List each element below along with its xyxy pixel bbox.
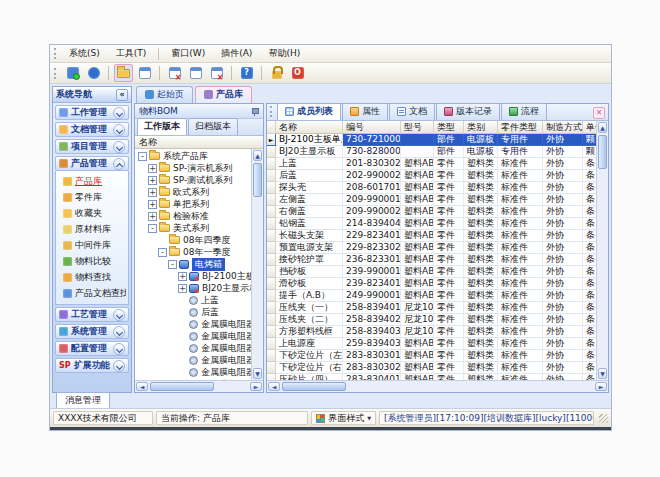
tree-node[interactable]: -系统产品库 <box>135 150 251 162</box>
tab-grid[interactable]: 成员列表 <box>277 103 341 120</box>
table-row[interactable]: ►BJ-2100主板单点730-721000-12I部件电源板专用件外协颗 <box>267 134 596 146</box>
scroll-up-icon[interactable]: ▲ <box>253 150 262 161</box>
menu-item[interactable]: 插件(A) <box>213 45 260 62</box>
tree-node[interactable]: 08年四季度 <box>135 234 251 246</box>
tree-node[interactable]: +检验标准 <box>135 210 251 222</box>
tree-node[interactable]: 上盖 <box>135 294 251 306</box>
column-header[interactable]: 类型 <box>434 121 464 134</box>
chevron-down-icon[interactable] <box>113 343 125 355</box>
scroll-thumb[interactable] <box>282 382 346 391</box>
tab-flow[interactable]: 流程 <box>501 103 547 120</box>
expand-icon[interactable]: + <box>148 212 157 221</box>
table-vertical-scrollbar[interactable]: ▲ ▼ <box>596 121 608 380</box>
tree-node[interactable]: +单把系列 <box>135 198 251 210</box>
open-folder-button[interactable] <box>114 64 133 82</box>
table-row[interactable]: 接砂轮护罩236-823301-00I塑料ABS零件塑料类标准件外协条 <box>267 254 596 266</box>
table-row[interactable]: BJ20主显示板730-828000-04I部件电源板专用件外协颗 <box>267 146 596 158</box>
menu-item[interactable]: 系统(S) <box>61 45 108 62</box>
table-horizontal-scrollbar[interactable]: ◄ ► <box>267 380 608 392</box>
sidebar-group-header-product-mgmt[interactable]: 产品管理 <box>55 156 129 171</box>
chevron-up-icon[interactable] <box>113 158 125 170</box>
tree-node[interactable]: 后盖 <box>135 306 251 318</box>
sidebar-group-header-doc-mgmt[interactable]: 文档管理 <box>55 122 129 137</box>
sidebar-item-product-doc-search[interactable]: 产品文档查找 <box>58 287 126 300</box>
table-row[interactable]: 压线夹（二）258-839402-00I尼龙1010零件塑料类标准件外协条 <box>267 314 596 326</box>
menu-item[interactable]: 帮助(H) <box>260 45 308 62</box>
scroll-track[interactable] <box>215 381 249 392</box>
resize-grip[interactable] <box>599 414 608 423</box>
scroll-up-icon[interactable]: ▲ <box>598 122 607 133</box>
menu-item[interactable]: 窗口(W) <box>163 45 213 62</box>
tree-node[interactable]: -08年一季度 <box>135 246 251 258</box>
expand-icon[interactable]: + <box>178 272 187 281</box>
cascade-window-button[interactable] <box>186 64 205 82</box>
table-row[interactable]: 压线夹（一）258-839401-00I尼龙1010零件塑料类标准件外协条 <box>267 302 596 314</box>
ui-style-button[interactable]: 界面样式 ▼ <box>311 411 376 425</box>
document-tab-start-page[interactable]: 起始页 <box>136 86 193 103</box>
scroll-thumb[interactable] <box>253 163 262 197</box>
chevron-down-icon[interactable] <box>113 309 125 321</box>
exit-button[interactable]: O <box>288 64 307 82</box>
tree-node[interactable]: +SP-演示机系列 <box>135 162 251 174</box>
sidebar-group-header-process-mgmt[interactable]: 工艺管理 <box>55 307 129 322</box>
collapse-icon[interactable]: - <box>148 224 157 233</box>
scroll-left-icon[interactable]: ◄ <box>136 382 148 391</box>
version-tab[interactable]: 工作版本 <box>137 118 187 135</box>
sidebar-item-material-compare[interactable]: 物料比较 <box>58 255 126 268</box>
collapse-icon[interactable]: - <box>138 152 147 161</box>
tree-horizontal-scrollbar[interactable]: ◄ ► <box>135 380 263 392</box>
new-window-button[interactable] <box>165 64 184 82</box>
workspace-button[interactable] <box>63 64 82 82</box>
table-row[interactable]: 方形塑料线框258-839403-00I尼龙1010零件塑料类标准件外协条 <box>267 326 596 338</box>
sidebar-item-product-library[interactable]: 产品库 <box>58 175 126 188</box>
scroll-left-icon[interactable]: ◄ <box>268 382 280 391</box>
sidebar-collapse-button[interactable]: « <box>116 89 128 101</box>
version-tab[interactable]: 归档版本 <box>188 118 238 135</box>
message-tab[interactable]: 消息管理 <box>56 392 110 408</box>
table-row[interactable]: 提手（A.B）249-990001-01I塑料ABS零件塑料类标准件外协条 <box>267 290 596 302</box>
tab-property[interactable]: 属性 <box>342 103 388 120</box>
window-list-button[interactable] <box>135 64 154 82</box>
scroll-track[interactable] <box>347 381 594 392</box>
tree-node[interactable]: 金属膜电阻器 <box>135 366 251 378</box>
table-row[interactable]: 长磁头支架229-823401-00I塑料ABS零件塑料类标准件外协条 <box>267 230 596 242</box>
sidebar-group-header-work-mgmt[interactable]: 工作管理 <box>55 105 129 120</box>
sidebar-group-header-system-mgmt[interactable]: 系统管理 <box>55 324 129 339</box>
column-header[interactable]: 零件类型 <box>498 121 543 134</box>
sidebar-item-raw-material-library[interactable]: 原材料库 <box>58 223 126 236</box>
column-header[interactable]: 编号 <box>343 121 401 134</box>
column-header[interactable]: 单位 <box>583 121 596 134</box>
table-row[interactable]: 上电源座259-839403-00I塑料ABS零件塑料类标准件外协条 <box>267 338 596 350</box>
table-row[interactable]: 左侧盖209-990001-01I塑料ABS零件塑料类标准件外协条 <box>267 194 596 206</box>
chevron-down-icon[interactable] <box>113 360 125 372</box>
tree-vertical-scrollbar[interactable]: ▲ ▼ <box>251 149 263 380</box>
sidebar-item-intermediate-library[interactable]: 中间件库 <box>58 239 126 252</box>
close-window-button[interactable] <box>207 64 226 82</box>
table-row[interactable]: 下砂定位片（右）283-830302-00I塑料ABS零件塑料类标准件外协条 <box>267 362 596 374</box>
scroll-down-icon[interactable]: ▼ <box>598 368 607 379</box>
expand-icon[interactable]: + <box>148 200 157 209</box>
table-row[interactable]: 滑砂板239-823401-00I塑料ABS零件塑料类标准件外协条 <box>267 278 596 290</box>
sidebar-group-header-extension[interactable]: SP扩展功能 <box>55 358 129 373</box>
pin-icon[interactable] <box>251 107 259 116</box>
tree-node[interactable]: +BJ20主显示板 <box>135 282 251 294</box>
sidebar-item-material-search[interactable]: 物料查找 <box>58 271 126 284</box>
tree-node[interactable]: 金属膜电阻器 <box>135 354 251 366</box>
table-row[interactable]: 上盖201-830302-00I塑料ABS零件塑料类标准件外协条 <box>267 158 596 170</box>
expand-icon[interactable]: + <box>178 284 187 293</box>
table-row[interactable]: 下砂定位片（左）283-830301-00I塑料ABS零件塑料类标准件外协条 <box>267 350 596 362</box>
tree-node[interactable]: 金属膜电阻器 <box>135 330 251 342</box>
tree-node[interactable]: -美式系列 <box>135 222 251 234</box>
column-header[interactable]: 类别 <box>464 121 498 134</box>
tab-strip-close-button[interactable]: × <box>593 107 605 119</box>
tree-column-header[interactable]: 名称 <box>135 136 263 149</box>
sidebar-item-part-library[interactable]: 零件库 <box>58 191 126 204</box>
chevron-down-icon[interactable] <box>113 107 125 119</box>
tree-node[interactable]: +BJ-2100主板单点 <box>135 270 251 282</box>
collapse-icon[interactable]: - <box>168 260 177 269</box>
tree-node[interactable]: 金属膜电阻器 <box>135 318 251 330</box>
globe-button[interactable] <box>84 64 103 82</box>
chevron-down-icon[interactable] <box>113 141 125 153</box>
column-header[interactable]: 名称 <box>276 121 343 134</box>
table-row[interactable]: 探头壳208-601701-01I塑料ABS零件塑料类标准件外协条 <box>267 182 596 194</box>
